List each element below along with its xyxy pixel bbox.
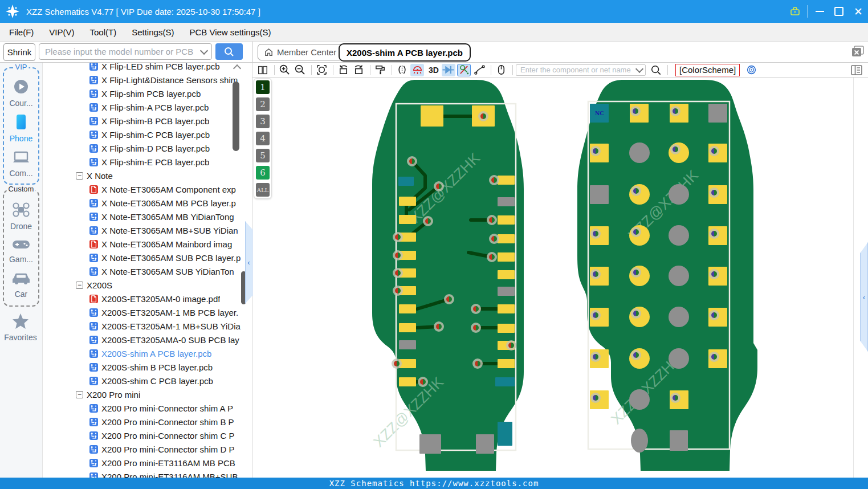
tree-item-x-flip-shim-pcb-layer-pcb[interactable]: X Flip-shim PCB layer.pcb <box>43 87 252 100</box>
file-tree-panel: X Flip-LED shim PCB layer.pcbX Flip-Ligh… <box>43 63 252 478</box>
tree-item-x-flip-shim-c-pcb-layer-pcb[interactable]: X Flip-shim-C PCB layer.pcb <box>43 128 252 141</box>
tree-item-x-note-et3065am-sub-pcb-layer-p[interactable]: X Note-ET3065AM SUB PCB layer.p <box>43 251 252 264</box>
layer-button-all[interactable]: ALL <box>256 183 270 197</box>
zoom-in-button[interactable] <box>278 64 291 76</box>
tree-item-x200s-et3205ama-0-sub-pcb-lay[interactable]: X200S-ET3205AMA-0 SUB PCB lay <box>43 333 252 347</box>
mirror-flip-button[interactable] <box>395 64 409 76</box>
highlight-lamp-button[interactable] <box>410 64 424 76</box>
tree-item-x200s-et3205am-0-image-pdf[interactable]: X200S-ET3205AM-0 image.pdf <box>43 292 252 305</box>
route-curve-button[interactable] <box>472 64 486 76</box>
app-sidebar: VIPCour...PhoneCom...CustomDroneGam...Ca… <box>0 63 43 478</box>
3d-view-button[interactable]: 3D <box>426 66 442 75</box>
vip-briefcase-icon[interactable] <box>785 0 805 23</box>
model-search-input[interactable] <box>44 46 201 57</box>
tree-item-label: X Note-ET3065AM Mainbord imag <box>101 239 232 249</box>
shim-a-board-left[interactable]: XZZ@XZZHKXZZ@XZZHK <box>370 80 524 471</box>
tree-item-x200s-shim-c-pcb-layer-pcb[interactable]: X200S-shim C PCB layer.pcb <box>43 374 252 388</box>
pcb-file-icon <box>89 404 98 413</box>
pcb-canvas[interactable]: XZZ@XZZHKXZZ@XZZHKXZZ@XZZHKXZZ@XZZHKNC <box>252 63 868 478</box>
tree-item-x-note-et3065am-component-exp[interactable]: X Note-ET3065AM Component exp <box>43 182 252 196</box>
tree-item-x-flip-shim-a-pcb-layer-pcb[interactable]: X Flip-shim-A PCB layer.pcb <box>43 100 252 114</box>
tree-item-x200s-et3205am-1-mb-pcb-layer-[interactable]: X200S-ET3205AM-1 MB PCB layer. <box>43 305 252 319</box>
toolbar-separator <box>667 65 668 75</box>
sidebar-item-car[interactable]: Car <box>4 271 38 299</box>
menu-item-settings-s-[interactable]: Settings(S) <box>132 27 174 37</box>
tree-item-x200-pro-mini-et3116am-mb-pcb[interactable]: X200 Pro mini-ET3116AM MB PCB <box>43 456 252 470</box>
tree-item-x-flip-shim-e-pcb-layer-pcb[interactable]: X Flip-shim-E PCB layer.pcb <box>43 155 252 169</box>
sidebar-item-cour[interactable]: Cour... <box>4 78 38 108</box>
menu-item-vip-v-[interactable]: VIP(V) <box>49 27 74 37</box>
tree-item-x-note-et3065am-mainbord-imag[interactable]: X Note-ET3065AM Mainbord imag <box>43 237 252 251</box>
shrink-button[interactable]: Shrink <box>3 43 35 61</box>
tree-item-x200-pro-mini-connector-shim-b-p[interactable]: X200 Pro mini-Connector shim B P <box>43 415 252 429</box>
menu-item-pcb-view-settings-s-[interactable]: PCB View settings(S) <box>189 27 271 37</box>
net-search-input[interactable] <box>519 65 637 75</box>
split-view-button[interactable] <box>256 64 270 76</box>
tree-item-x-note-et3065am-sub-yidianton[interactable]: X Note-ET3065AM SUB YiDianTon <box>43 264 252 278</box>
collapse-expander-icon[interactable]: − <box>76 391 83 398</box>
sidebar-item-gam[interactable]: Gam... <box>4 238 38 264</box>
rotate-right-button[interactable] <box>352 64 365 76</box>
collapse-expander-icon[interactable]: − <box>76 282 83 289</box>
tree-item-x-flip-led-shim-pcb-layer-pcb[interactable]: X Flip-LED shim PCB layer.pcb <box>43 63 252 73</box>
diode-net-button[interactable] <box>442 64 455 76</box>
menu-item-tool-t-[interactable]: Tool(T) <box>90 27 117 37</box>
colorscheme-button[interactable]: [ColorScheme] <box>675 64 740 76</box>
collapse-right-panel-handle[interactable]: ‹ <box>860 242 868 352</box>
sidebar-group-label: VIP <box>14 63 29 71</box>
tree-item-x200-pro-mini-connector-shim-c-p[interactable]: X200 Pro mini-Connector shim C P <box>43 429 252 442</box>
maximize-button[interactable] <box>829 0 849 23</box>
tree-item-x200s-et3205am-1-mb-sub-yidia[interactable]: X200S-ET3205AM-1 MB+SUB YiDia <box>43 319 252 333</box>
search-button[interactable] <box>215 43 243 60</box>
pcb-file-icon <box>89 76 98 84</box>
tree-item-x200-pro-mini-connector-shim-d-p[interactable]: X200 Pro mini-Connector shim D P <box>43 442 252 456</box>
collapse-expander-icon[interactable]: − <box>76 172 83 180</box>
tree-item-label: X200S-ET3205AM-0 image.pdf <box>101 294 220 304</box>
tree-scrollbar-thumb[interactable] <box>233 82 239 151</box>
tree-item-x-note-et3065am-mb-yidiantong[interactable]: X Note-ET3065AM MB YiDianTong <box>43 210 252 223</box>
layer-button-5[interactable]: 5 <box>256 149 270 162</box>
minimize-button[interactable] <box>810 0 829 23</box>
close-button[interactable]: ✕ <box>849 0 868 23</box>
tree-group-x-note[interactable]: −X Note <box>43 169 252 182</box>
tree-group-x200-pro-mini[interactable]: −X200 Pro mini <box>43 388 252 401</box>
tree-item-x200-pro-mini-connector-shim-a-p[interactable]: X200 Pro mini-Connector shim A P <box>43 401 252 415</box>
layer-button-3[interactable]: 3 <box>256 115 270 128</box>
zoom-out-button[interactable] <box>293 64 307 76</box>
tree-item-x-flip-shim-b-pcb-layer-pcb[interactable]: X Flip-shim-B PCB layer.pcb <box>43 114 252 128</box>
tree-item-x200s-shim-b-pcb-layer-pcb[interactable]: X200S-shim B PCB layer.pcb <box>43 360 252 374</box>
tree-item-x-note-et3065am-mb-pcb-layer-p[interactable]: X Note-ET3065AM MB PCB layer.p <box>43 196 252 210</box>
paint-roller-button[interactable] <box>373 64 387 76</box>
tree-item-label: X200S-shim A PCB layer.pcb <box>101 349 211 358</box>
tree-item-x200s-shim-a-pcb-layer-pcb[interactable]: X200S-shim A PCB layer.pcb <box>43 347 252 360</box>
sidebar-item-favorites[interactable]: Favorites <box>3 312 38 342</box>
chevron-down-icon[interactable] <box>200 46 208 54</box>
net-search-go-icon[interactable] <box>649 64 663 76</box>
layer-button-2[interactable]: 2 <box>256 97 270 111</box>
tree-group-x200s[interactable]: −X200S <box>43 278 252 292</box>
eye-visibility-icon[interactable] <box>744 64 758 76</box>
active-document-tab[interactable]: X200S-shim A PCB layer.pcb <box>339 43 471 62</box>
close-panel-icon[interactable] <box>851 46 864 57</box>
chevron-down-icon[interactable] <box>635 64 643 72</box>
tree-item-x-note-et3065am-mb-sub-yidian[interactable]: X Note-ET3065AM MB+SUB YiDian <box>43 223 252 237</box>
shim-a-board-right[interactable]: XZZ@XZZHKXZZ@XZZHKNC <box>577 80 757 471</box>
sidebar-item-phone[interactable]: Phone <box>4 113 38 143</box>
tree-item-x-flip-shim-d-pcb-layer-pcb[interactable]: X Flip-shim-D PCB layer.pcb <box>43 141 252 155</box>
toolbar-separator <box>311 65 312 75</box>
member-center-button[interactable]: Member Center <box>258 44 343 60</box>
layer-button-4[interactable]: 4 <box>256 132 270 145</box>
layer-button-6[interactable]: 6 <box>256 166 270 180</box>
tree-item-x-flip-light-distance-sensors-shim[interactable]: X Flip-Light&Distance Sensors shim <box>43 73 252 87</box>
sidebar-item-drone[interactable]: Drone <box>4 201 38 231</box>
layer-button-1[interactable]: 1 <box>256 80 270 94</box>
right-panel-toggle-icon[interactable] <box>850 64 863 76</box>
mouse-mode-button[interactable] <box>494 64 508 76</box>
measure-inspect-button[interactable] <box>457 64 471 76</box>
sidebar-item-com[interactable]: Com... <box>4 149 38 178</box>
rotate-left-button[interactable] <box>336 64 350 76</box>
zoom-fit-button[interactable] <box>315 64 328 76</box>
menu-item-file-f-[interactable]: File(F) <box>9 27 34 37</box>
tree-item-x200-pro-mini-et3116am-mb-sub[interactable]: X200 Pro mini-ET3116AM MB+SUB <box>43 470 252 478</box>
collapse-tree-handle[interactable]: ‹ <box>245 221 252 304</box>
